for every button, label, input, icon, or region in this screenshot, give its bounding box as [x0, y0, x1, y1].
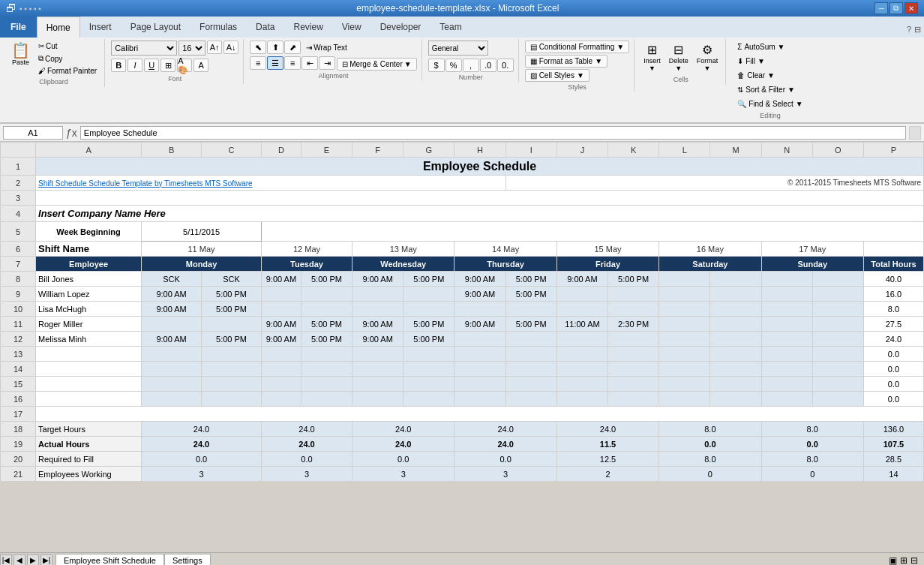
close-button[interactable]: ✕	[904, 2, 918, 14]
cell-p21[interactable]: 14	[863, 467, 923, 482]
cell-j21[interactable]: 2	[556, 467, 658, 482]
col-header-c[interactable]: C	[202, 143, 262, 158]
cell-f6[interactable]: 13 May	[352, 242, 454, 257]
cell-h19[interactable]: 24.0	[454, 437, 556, 452]
col-header-m[interactable]: M	[710, 143, 761, 158]
cell-f8[interactable]: 9:00 AM	[352, 272, 404, 287]
cell-e5-empty[interactable]	[261, 222, 923, 242]
cell-l10[interactable]	[659, 302, 710, 317]
cell-j18[interactable]: 24.0	[556, 422, 658, 437]
sheet-nav-last[interactable]: ▶|	[40, 554, 52, 566]
tab-view[interactable]: View	[333, 17, 371, 38]
cell-c12[interactable]: 5:00 PM	[202, 332, 262, 347]
conditional-formatting-button[interactable]: ▤ Conditional Formatting ▼	[525, 41, 630, 53]
wrap-text-button[interactable]: ⇥ Wrap Text	[302, 42, 351, 53]
tab-team[interactable]: Team	[430, 17, 471, 38]
sheet-nav-prev[interactable]: ◀	[14, 554, 26, 566]
sheet-tab-employee[interactable]: Employee Shift Schedule	[56, 554, 164, 565]
decrease-indent-button[interactable]: ⇤	[302, 56, 318, 70]
font-name-select[interactable]: Calibri	[111, 41, 177, 56]
align-center-button[interactable]: ☰	[267, 56, 284, 70]
tab-review[interactable]: Review	[284, 17, 332, 38]
cell-p9[interactable]: 16.0	[863, 287, 923, 302]
autosum-button[interactable]: Σ AutoSum ▼	[732, 41, 808, 53]
currency-button[interactable]: $	[428, 59, 445, 72]
cell-a1[interactable]: Employee Schedule	[36, 158, 924, 176]
cell-o11[interactable]	[812, 317, 863, 332]
cell-e12[interactable]: 5:00 PM	[301, 332, 352, 347]
cell-d10[interactable]	[261, 302, 301, 317]
cell-j20[interactable]: 12.5	[556, 452, 658, 467]
cell-a3[interactable]	[36, 191, 924, 206]
sheet-tab-settings[interactable]: Settings	[164, 554, 211, 565]
cell-g10[interactable]	[404, 302, 454, 317]
cell-m12[interactable]	[710, 332, 761, 347]
tab-page-layout[interactable]: Page Layout	[122, 17, 190, 38]
cell-c10[interactable]: 5:00 PM	[202, 302, 262, 317]
col-header-e[interactable]: E	[301, 143, 352, 158]
cell-d6[interactable]: 12 May	[261, 242, 352, 257]
cell-j9[interactable]	[556, 287, 608, 302]
template-link[interactable]: Shift Schedule Schedule Template by Time…	[38, 179, 253, 188]
cell-k9[interactable]	[608, 287, 659, 302]
cell-i11[interactable]: 5:00 PM	[506, 317, 556, 332]
cell-o12[interactable]	[812, 332, 863, 347]
cell-l12[interactable]	[659, 332, 710, 347]
cell-p10[interactable]: 8.0	[863, 302, 923, 317]
page-layout-view-icon[interactable]: ⊞	[900, 555, 908, 566]
cell-a20[interactable]: Required to Fill	[36, 452, 142, 467]
align-top-left-button[interactable]: ⬉	[250, 41, 266, 54]
cell-h18[interactable]: 24.0	[454, 422, 556, 437]
align-top-right-button[interactable]: ⬈	[284, 41, 301, 54]
cell-n21[interactable]: 0	[761, 467, 863, 482]
cell-n20[interactable]: 8.0	[761, 452, 863, 467]
cell-j10[interactable]	[556, 302, 608, 317]
cell-a7[interactable]: Employee	[36, 257, 142, 272]
cell-p11[interactable]: 27.5	[863, 317, 923, 332]
cell-c11[interactable]	[202, 317, 262, 332]
col-header-a[interactable]: A	[36, 143, 142, 158]
cell-o9[interactable]	[812, 287, 863, 302]
cell-b6[interactable]: 11 May	[142, 242, 262, 257]
cell-a21[interactable]: Employees Working	[36, 467, 142, 482]
cell-a4[interactable]: Insert Company Name Here	[36, 206, 924, 222]
cell-reference-input[interactable]	[3, 126, 63, 140]
cell-h9[interactable]: 9:00 AM	[454, 287, 506, 302]
col-header-p[interactable]: P	[863, 143, 923, 158]
cell-h6[interactable]: 14 May	[454, 242, 556, 257]
cell-b19[interactable]: 24.0	[142, 437, 262, 452]
cell-b5-value[interactable]: 5/11/2015	[142, 222, 262, 242]
find-select-button[interactable]: 🔍 Find & Select ▼	[732, 98, 808, 110]
col-header-i[interactable]: I	[506, 143, 556, 158]
align-left-button[interactable]: ≡	[250, 56, 266, 70]
cell-a11[interactable]: Roger Miller	[36, 317, 142, 332]
cell-a18[interactable]: Target Hours	[36, 422, 142, 437]
page-break-view-icon[interactable]: ⊟	[910, 555, 918, 566]
font-color-button[interactable]: A	[194, 59, 208, 72]
col-header-k[interactable]: K	[608, 143, 659, 158]
cell-k10[interactable]	[608, 302, 659, 317]
col-header-n[interactable]: N	[761, 143, 812, 158]
cell-j12[interactable]	[556, 332, 608, 347]
cell-p18[interactable]: 136.0	[863, 422, 923, 437]
cell-l19[interactable]: 0.0	[659, 437, 761, 452]
col-header-l[interactable]: L	[659, 143, 710, 158]
cell-d21[interactable]: 3	[261, 467, 352, 482]
cell-n8[interactable]	[761, 272, 812, 287]
sort-filter-button[interactable]: ⇅ Sort & Filter ▼	[732, 83, 808, 96]
increase-indent-button[interactable]: ⇥	[319, 56, 335, 70]
merge-center-button[interactable]: ⊟ Merge & Center ▼	[337, 58, 417, 71]
cell-i10[interactable]	[506, 302, 556, 317]
delete-button[interactable]: ⊟ Delete ▼	[666, 41, 692, 74]
cell-g11[interactable]: 5:00 PM	[404, 317, 454, 332]
cell-n9[interactable]	[761, 287, 812, 302]
cell-f20[interactable]: 0.0	[352, 452, 454, 467]
cell-l20[interactable]: 8.0	[659, 452, 761, 467]
restore-button[interactable]: ⧉	[890, 2, 903, 14]
cell-i12[interactable]	[506, 332, 556, 347]
cell-l18[interactable]: 8.0	[659, 422, 761, 437]
cell-b12[interactable]: 9:00 AM	[142, 332, 202, 347]
cell-o8[interactable]	[812, 272, 863, 287]
cell-e10[interactable]	[301, 302, 352, 317]
cell-d20[interactable]: 0.0	[261, 452, 352, 467]
